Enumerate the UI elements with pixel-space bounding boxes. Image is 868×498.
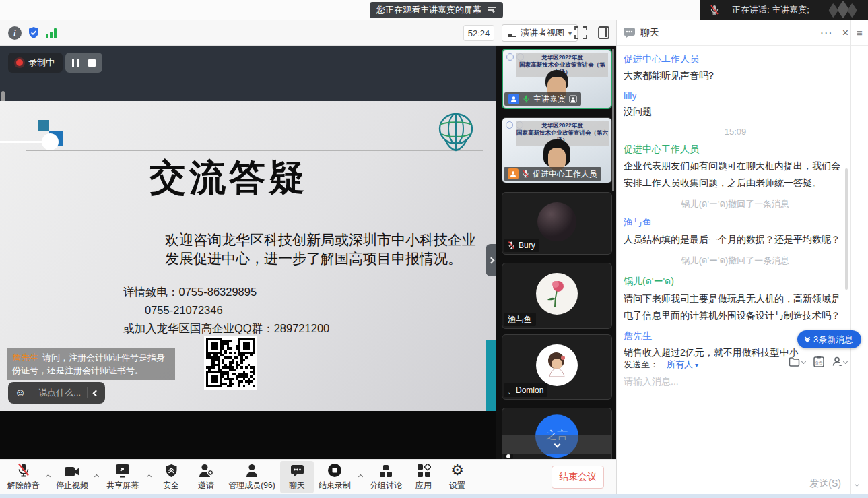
dock-label: 管理成员(96) [228, 480, 275, 491]
watch-options-icon[interactable] [488, 6, 496, 14]
video-tile-presenter[interactable]: 龙华区2022年度国家高新技术企业政策宣讲会（第六场） 主讲嘉宾 [502, 49, 612, 109]
mic-muted-icon [508, 241, 515, 250]
chat-scrollbar[interactable] [845, 168, 848, 290]
meeting-timer: 52:24 [463, 25, 494, 41]
send-to-label: 发送至： [624, 359, 659, 371]
record-dot-icon [16, 59, 23, 66]
end-meeting-button[interactable]: 结束会议 [552, 466, 604, 489]
member-select-icon[interactable] [832, 356, 847, 367]
divider [32, 387, 32, 398]
meeting-toolbar-top: i 52:24 演讲者视图 ▾ [0, 20, 616, 46]
announcement-icon[interactable]: 公告 [813, 356, 824, 367]
chat-sender: lilly [624, 90, 847, 101]
stop-record-button[interactable]: 结束录制 [314, 461, 356, 493]
chat-sender: 锅儿(ด'ー'ด) [624, 274, 847, 288]
chat-message-list: 促进中心工作人员 大家都能听见声音吗? lilly 没问题 15:09 促进中心… [624, 47, 847, 359]
watching-screen-label: 您正在观看主讲嘉宾的屏幕 [376, 4, 481, 16]
gear-icon: ⚙ [450, 463, 464, 478]
send-to-value: 所有人 [667, 359, 693, 371]
chat-button[interactable]: 聊天 [280, 461, 314, 493]
participant-scrollbar[interactable] [612, 49, 614, 191]
new-messages-label: 3条新消息 [813, 334, 853, 346]
settings-button[interactable]: ⚙ 设置 [440, 461, 474, 493]
scroll-more-overlay[interactable] [502, 435, 611, 454]
send-button[interactable]: 发送(S) [809, 478, 841, 490]
participant-name: 渔与鱼 [508, 314, 532, 325]
video-tile-staff[interactable]: 龙华区2022年度国家高新技术企业政策宣讲会（第六场） 促进中心工作人员 [502, 117, 612, 183]
invite-button[interactable]: 邀请 [189, 461, 224, 493]
muted-mic-icon [710, 5, 719, 15]
meeting-info-icon[interactable]: i [8, 26, 22, 40]
panel-menu-icon[interactable]: ≡ [857, 27, 863, 38]
stop-video-button[interactable]: 停止视频 [53, 461, 92, 493]
security-button[interactable]: 安全 [154, 461, 189, 493]
double-chevron-down-icon [805, 338, 809, 342]
dock-label: 停止视频 [56, 480, 88, 491]
new-messages-button[interactable]: 3条新消息 [797, 330, 861, 348]
invite-person-icon [199, 463, 213, 478]
side-layout-icon[interactable] [598, 26, 609, 39]
announce-text: 公告 [815, 361, 824, 365]
send-options-icon[interactable] [855, 481, 859, 486]
participant-name: Bury [519, 241, 535, 250]
chat-sender: 促进中心工作人员 [624, 144, 847, 156]
video-tile-zhiyan[interactable]: 之言 [502, 408, 612, 459]
manage-members-button[interactable]: 管理成员(96) [224, 461, 280, 493]
share-screen-button[interactable]: 共享屏幕 [101, 461, 144, 493]
chat-sender: 促进中心工作人员 [624, 53, 847, 65]
meeting-window: 您正在观看主讲嘉宾的屏幕 正在讲话: 主讲嘉宾; i 52:24 演讲者视图 ▾ [0, 0, 868, 498]
mic-muted-icon [522, 169, 529, 179]
avatar [536, 273, 578, 315]
chat-message: 人员结构填的是最后一个月的数据？还是平均数呢？ [624, 231, 847, 248]
network-signal-icon[interactable] [46, 28, 58, 38]
window-edge [0, 494, 868, 498]
fullscreen-icon[interactable] [574, 26, 587, 39]
breakout-rooms-button[interactable]: 分组讨论 [365, 461, 407, 493]
dock-label: 设置 [449, 480, 465, 491]
share-options-caret[interactable] [144, 461, 154, 493]
slide-decoration-circle [42, 133, 59, 150]
collapse-comment-icon[interactable] [93, 390, 100, 396]
divider [725, 5, 725, 15]
record-options-caret[interactable] [356, 461, 365, 493]
recording-label: 录制中 [28, 57, 55, 69]
comment-author: 詹先生 [12, 352, 38, 363]
chat-header: 聊天 ··· × [617, 20, 868, 46]
quick-comment-input[interactable]: 说点什么... [38, 387, 81, 399]
send-to-selector[interactable]: 所有人 ▾ [667, 359, 698, 371]
view-mode-caret-icon: ▾ [568, 30, 572, 37]
pause-recording-icon[interactable] [72, 59, 79, 67]
participant-name: 促进中心工作人员 [533, 168, 597, 180]
breakout-icon [379, 463, 393, 478]
chat-message: 没问题 [624, 103, 847, 120]
security-shield-icon[interactable] [27, 26, 40, 40]
emoji-icon[interactable]: ☺ [15, 387, 26, 399]
view-mode-label: 演讲者视图 [521, 27, 564, 39]
floating-comment: 詹先生请问，注册会计师证件号是指身份证号，还是注册会计师证书号。 [7, 348, 175, 380]
view-mode-button[interactable]: 演讲者视图 ▾ [502, 24, 578, 42]
send-to-row: 发送至： 所有人 ▾ 公告 [624, 356, 847, 373]
stop-recording-icon[interactable] [88, 59, 96, 67]
title-bar: 您正在观看主讲嘉宾的屏幕 正在讲话: 主讲嘉宾; [0, 0, 868, 20]
expand-panel-tab[interactable] [486, 244, 496, 276]
video-options-caret[interactable] [92, 461, 101, 493]
chat-title: 聊天 [640, 27, 659, 39]
chat-system-message: 锅儿(ด'ー'ด)撤回了一条消息 [624, 197, 847, 211]
video-tile-yuyuyu[interactable]: 渔与鱼 [502, 263, 612, 329]
chat-more-icon[interactable]: ··· [820, 27, 833, 39]
folder-icon[interactable] [789, 356, 805, 367]
video-tile-bury[interactable]: Bury [502, 192, 612, 255]
mic-options-caret[interactable] [43, 461, 53, 493]
chat-input[interactable] [624, 376, 846, 457]
chat-message: 请问下老师我司主要是做玩具无人机的，高新领域是电子信息里面的计算机外围设备设计与… [624, 290, 847, 324]
avatar [536, 344, 578, 385]
slide-accent-bar [486, 340, 496, 411]
chat-bubble-icon [290, 463, 304, 478]
chat-timestamp: 15:09 [624, 127, 847, 137]
chat-close-icon[interactable]: × [842, 27, 848, 39]
qr-code [204, 336, 257, 390]
recording-status: 录制中 [8, 53, 63, 73]
apps-button[interactable]: 应用 [407, 461, 440, 493]
unmute-button[interactable]: 解除静音 [4, 461, 43, 493]
video-tile-domlon[interactable]: 、Domlon [502, 334, 612, 400]
